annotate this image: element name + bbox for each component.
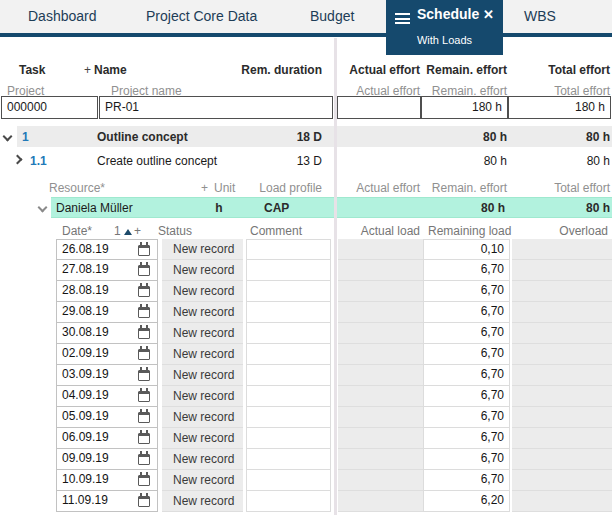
status-value: New record	[173, 473, 234, 487]
calendar-icon[interactable]	[138, 307, 150, 318]
date-field[interactable]: 05.09.19	[56, 407, 158, 428]
remaining-load-field[interactable]: 6,70	[423, 386, 510, 407]
col-header-resource-total-effort: Total effort	[525, 181, 610, 195]
menu-icon[interactable]	[395, 13, 410, 24]
comment-field[interactable]	[246, 470, 331, 491]
actual-load-cell	[338, 470, 423, 491]
date-field[interactable]: 02.09.19	[56, 344, 158, 365]
calendar-icon[interactable]	[138, 454, 150, 465]
overload-cell	[512, 281, 612, 302]
comment-field[interactable]	[246, 302, 331, 323]
resource-unit: h	[205, 201, 233, 215]
comment-field[interactable]	[246, 386, 331, 407]
sort-indicator[interactable]: 1	[114, 224, 132, 238]
comment-field[interactable]	[246, 323, 331, 344]
calendar-icon[interactable]	[138, 328, 150, 339]
project-total-effort-field[interactable]: 180 h	[508, 96, 611, 119]
col-header-remain-effort: Remain. effort	[417, 63, 507, 77]
calendar-icon[interactable]	[138, 433, 150, 444]
project-id-field[interactable]: 000000	[1, 96, 98, 119]
date-field[interactable]: 26.08.19	[56, 239, 158, 260]
calendar-icon[interactable]	[138, 265, 150, 276]
comment-field[interactable]	[246, 449, 331, 470]
col-header-comment: Comment	[250, 224, 302, 238]
date-field[interactable]: 09.09.19	[56, 449, 158, 470]
expand-subtask-icon[interactable]	[13, 155, 23, 165]
date-field[interactable]: 30.08.19	[56, 323, 158, 344]
comment-field[interactable]	[246, 260, 331, 281]
remaining-load-field[interactable]: 6,70	[423, 281, 510, 302]
close-icon[interactable]: ✕	[483, 7, 494, 22]
calendar-icon[interactable]	[138, 391, 150, 402]
task-remain-effort: 80 h	[427, 130, 507, 144]
date-field[interactable]: 04.09.19	[56, 386, 158, 407]
date-field[interactable]: 10.09.19	[56, 470, 158, 491]
actual-load-cell	[338, 344, 423, 365]
collapse-resource-icon[interactable]	[38, 203, 48, 213]
date-field[interactable]: 28.08.19	[56, 281, 158, 302]
status-value: New record	[173, 263, 234, 277]
comment-field[interactable]	[246, 344, 331, 365]
status-value: New record	[173, 326, 234, 340]
tab-project-core-data[interactable]: Project Core Data	[146, 8, 257, 24]
tab-budget[interactable]: Budget	[310, 8, 354, 24]
calendar-icon[interactable]	[138, 245, 150, 256]
date-field[interactable]: 11.09.19	[56, 491, 158, 512]
date-field[interactable]: 27.08.19	[56, 260, 158, 281]
remaining-load-field[interactable]: 6,70	[423, 302, 510, 323]
remaining-load-field[interactable]: 6,70	[423, 260, 510, 281]
date-field[interactable]: 06.09.19	[56, 428, 158, 449]
remaining-load-field[interactable]: 6,70	[423, 365, 510, 386]
remaining-load-field[interactable]: 6,70	[423, 428, 510, 449]
status-cell: New record	[162, 407, 243, 428]
col-header-resource: Resource*	[49, 181, 105, 195]
remaining-load-field[interactable]: 6,70	[423, 323, 510, 344]
col-header-actual-load: Actual load	[340, 224, 420, 238]
date-field[interactable]: 29.08.19	[56, 302, 158, 323]
load-row: 26.08.19 New record 0,10	[0, 239, 612, 260]
project-actual-effort-field[interactable]	[337, 96, 421, 119]
tab-schedule-active[interactable]: Schedule ✕ With Loads	[386, 0, 503, 55]
remaining-load-field[interactable]: 6,70	[423, 407, 510, 428]
task-name: Outline concept	[97, 130, 188, 144]
col-header-resource-actual-effort: Actual effort	[340, 181, 420, 195]
date-value: 28.08.19	[62, 283, 109, 297]
overload-cell	[512, 344, 612, 365]
load-row: 30.08.19 New record 6,70	[0, 323, 612, 344]
calendar-icon[interactable]	[138, 370, 150, 381]
comment-field[interactable]	[246, 407, 331, 428]
comment-field[interactable]	[246, 365, 331, 386]
calendar-icon[interactable]	[138, 286, 150, 297]
add-resource-button[interactable]: +	[201, 181, 208, 195]
remaining-load-field[interactable]: 6,70	[423, 470, 510, 491]
comment-field[interactable]	[246, 428, 331, 449]
calendar-icon[interactable]	[138, 496, 150, 507]
task-rem-duration: 18 D	[242, 130, 322, 144]
remaining-load-field[interactable]: 6,70	[423, 344, 510, 365]
add-load-record-button[interactable]: +	[134, 224, 141, 238]
tab-dashboard[interactable]: Dashboard	[28, 8, 97, 24]
remaining-load-value: 6,70	[481, 367, 504, 381]
load-row: 29.08.19 New record 6,70	[0, 302, 612, 323]
remaining-load-field[interactable]: 6,70	[423, 449, 510, 470]
calendar-icon[interactable]	[138, 475, 150, 486]
sort-order: 1	[114, 224, 121, 238]
project-remain-effort-field[interactable]: 180 h	[421, 96, 508, 119]
col-header-load-profile: Load profile	[240, 181, 322, 195]
comment-field[interactable]	[246, 281, 331, 302]
add-task-button[interactable]: +	[84, 63, 91, 77]
actual-load-cell	[338, 281, 423, 302]
tab-wbs[interactable]: WBS	[524, 8, 556, 24]
comment-field[interactable]	[246, 491, 331, 512]
calendar-icon[interactable]	[138, 412, 150, 423]
collapse-task-icon[interactable]	[3, 132, 13, 142]
date-value: 04.09.19	[62, 388, 109, 402]
date-field[interactable]: 03.09.19	[56, 365, 158, 386]
remaining-load-field[interactable]: 0,10	[423, 239, 510, 260]
remaining-load-field[interactable]: 6,20	[423, 491, 510, 512]
calendar-icon[interactable]	[138, 349, 150, 360]
project-name-field[interactable]: PR-01	[99, 96, 333, 119]
comment-field[interactable]	[246, 239, 331, 260]
load-row: 10.09.19 New record 6,70	[0, 470, 612, 491]
resource-load-profile: CAP	[264, 201, 289, 215]
